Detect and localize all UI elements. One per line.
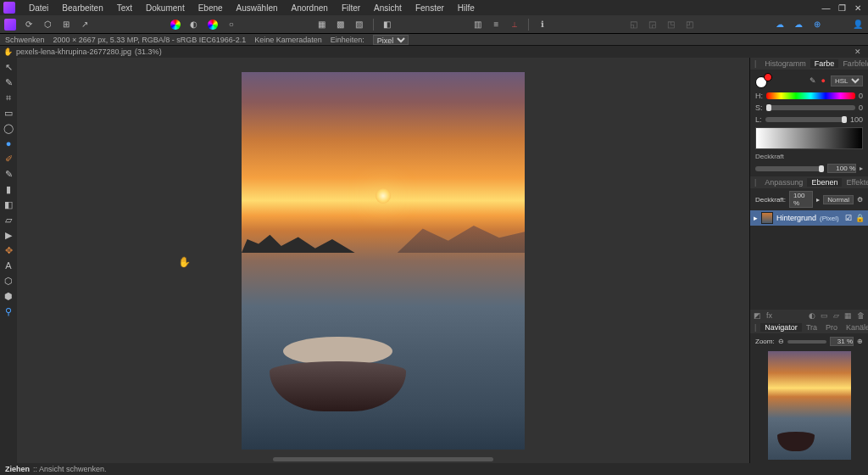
arrange-icon-1[interactable]: ◱ bbox=[626, 18, 640, 31]
layer-blend-combo[interactable]: Normal bbox=[823, 195, 854, 204]
zoom-slider[interactable] bbox=[787, 340, 826, 344]
tool-flood[interactable]: ● bbox=[3, 137, 14, 149]
menu-bearbeiten[interactable]: Bearbeiten bbox=[55, 3, 109, 13]
menu-ebene[interactable]: Ebene bbox=[192, 3, 230, 13]
gradient-preview[interactable] bbox=[755, 127, 863, 149]
layer-mask-icon[interactable]: ◩ bbox=[754, 311, 761, 320]
minimize-button[interactable]: — bbox=[819, 3, 832, 13]
tab-transform[interactable]: Tra bbox=[802, 323, 821, 332]
lightness-slider[interactable] bbox=[765, 117, 847, 122]
picker-icon[interactable]: ✎ bbox=[810, 76, 816, 85]
layer-settings-icon[interactable]: ⚙ bbox=[857, 196, 863, 204]
canvas-area[interactable]: ✋ bbox=[17, 58, 749, 463]
tool-clone[interactable]: ✥ bbox=[3, 244, 14, 256]
select-icon-2[interactable]: ▩ bbox=[334, 18, 348, 31]
document-tab[interactable]: ✋ pexels-lena-khrupina-2677280.jpg (31.3… bbox=[3, 48, 162, 56]
horizontal-scrollbar[interactable] bbox=[273, 457, 492, 461]
crop-icon[interactable]: ◧ bbox=[381, 18, 394, 31]
menu-anordnen[interactable]: Anordnen bbox=[285, 3, 335, 13]
adjust-icon-1[interactable] bbox=[169, 18, 182, 31]
share-icon[interactable]: ↗ bbox=[78, 18, 92, 31]
adjust-icon-4[interactable]: ○ bbox=[225, 18, 238, 31]
cloud-icon-1[interactable]: ☁ bbox=[773, 18, 787, 31]
snap-icon-1[interactable]: ▥ bbox=[470, 18, 484, 31]
layer-lock-icon[interactable]: 🔒 bbox=[855, 214, 865, 222]
account-icon[interactable]: 👤 bbox=[851, 18, 865, 31]
tab-anpassung[interactable]: Anpassung bbox=[760, 178, 807, 187]
persona-tone-icon[interactable]: ⊞ bbox=[59, 18, 73, 31]
navigator-thumbnail[interactable] bbox=[768, 351, 851, 460]
chevron-right-icon[interactable]: ▸ bbox=[754, 214, 758, 222]
cloud-icon-3[interactable]: ⊕ bbox=[810, 18, 824, 31]
hue-slider[interactable] bbox=[766, 92, 855, 99]
tool-play[interactable]: ▶ bbox=[3, 229, 14, 241]
menu-datei[interactable]: Datei bbox=[22, 3, 55, 13]
tab-navigator[interactable]: Navigator bbox=[760, 323, 802, 332]
layer-visible-checkbox[interactable]: ☑ bbox=[845, 214, 852, 222]
maximize-button[interactable]: ❐ bbox=[835, 3, 849, 13]
tool-crop[interactable]: ⌗ bbox=[3, 92, 14, 103]
tool-select-ellipse[interactable]: ◯ bbox=[3, 122, 14, 134]
layer-pixel-icon[interactable]: ▦ bbox=[844, 311, 852, 320]
color-swatch[interactable] bbox=[755, 73, 771, 88]
layer-row[interactable]: ▸ Hintergrund (Pixel) ☑ 🔒 bbox=[750, 210, 868, 226]
tool-pencil[interactable]: ✎ bbox=[3, 168, 14, 180]
zoom-in-icon[interactable]: ⊕ bbox=[857, 338, 863, 345]
picker-dot-icon[interactable]: ● bbox=[821, 76, 826, 85]
opacity-step-icon[interactable]: ▸ bbox=[860, 165, 863, 172]
arrange-icon-4[interactable]: ◰ bbox=[682, 18, 696, 31]
tool-shape[interactable]: ⬡ bbox=[3, 275, 14, 287]
snap-icon-3[interactable]: ⟂ bbox=[508, 18, 521, 31]
persona-photo-icon[interactable] bbox=[3, 18, 17, 31]
tool-text[interactable]: A bbox=[3, 260, 14, 271]
opacity-input[interactable] bbox=[827, 164, 856, 173]
persona-develop-icon[interactable]: ⬡ bbox=[41, 18, 54, 31]
saturation-slider[interactable] bbox=[766, 105, 855, 110]
tab-ebenen[interactable]: Ebenen bbox=[807, 178, 842, 187]
tool-fill[interactable]: ▮ bbox=[3, 183, 14, 195]
assist-icon[interactable]: ℹ bbox=[536, 18, 549, 31]
color-mode-select[interactable]: HSL bbox=[831, 75, 863, 87]
close-button[interactable]: ✕ bbox=[851, 3, 865, 13]
tab-protokoll[interactable]: Pro bbox=[821, 323, 842, 332]
layer-adjust-icon[interactable]: ◐ bbox=[809, 311, 815, 320]
zoom-out-icon[interactable]: ⊖ bbox=[778, 338, 784, 345]
tool-gradient[interactable]: ◧ bbox=[3, 198, 14, 210]
units-select[interactable]: Pixel bbox=[373, 35, 409, 45]
tool-eraser[interactable]: ▱ bbox=[3, 214, 14, 226]
opacity-slider[interactable] bbox=[755, 166, 824, 171]
menu-filter[interactable]: Filter bbox=[335, 3, 367, 13]
tab-kanaele[interactable]: Kanäle bbox=[842, 323, 868, 332]
layer-delete-icon[interactable]: 🗑 bbox=[857, 311, 865, 320]
menu-hilfe[interactable]: Hilfe bbox=[451, 3, 481, 13]
tab-farbfelder[interactable]: Farbfelder bbox=[838, 59, 868, 68]
menu-auswaehlen[interactable]: Auswählen bbox=[230, 3, 285, 13]
cloud-icon-2[interactable]: ☁ bbox=[792, 18, 805, 31]
tool-mesh[interactable]: ⬢ bbox=[3, 290, 14, 302]
layer-opacity-combo[interactable]: 100 % bbox=[789, 191, 813, 208]
tool-zoom[interactable]: ⚲ bbox=[3, 305, 14, 317]
arrange-icon-2[interactable]: ◲ bbox=[645, 18, 659, 31]
tab-effekte[interactable]: Effekte bbox=[842, 178, 868, 187]
tool-brush[interactable]: ✐ bbox=[3, 153, 14, 165]
tool-select-rect[interactable]: ▭ bbox=[3, 107, 14, 119]
menu-text[interactable]: Text bbox=[110, 3, 139, 13]
menu-dokument[interactable]: Dokument bbox=[139, 3, 192, 13]
menu-ansicht[interactable]: Ansicht bbox=[367, 3, 409, 13]
tool-move[interactable]: ↖ bbox=[3, 61, 14, 73]
menu-fenster[interactable]: Fenster bbox=[409, 3, 451, 13]
arrange-icon-3[interactable]: ◳ bbox=[664, 18, 677, 31]
document-close-icon[interactable]: ✕ bbox=[854, 48, 865, 56]
select-icon-1[interactable]: ▦ bbox=[315, 18, 329, 31]
zoom-input[interactable] bbox=[830, 337, 854, 346]
adjust-icon-2[interactable]: ◐ bbox=[187, 18, 201, 31]
select-icon-3[interactable]: ▨ bbox=[353, 18, 366, 31]
adjust-icon-3[interactable] bbox=[206, 18, 220, 31]
document-canvas[interactable] bbox=[242, 72, 525, 450]
persona-liquify-icon[interactable]: ⟳ bbox=[22, 18, 36, 31]
layer-group-icon[interactable]: ▭ bbox=[821, 311, 828, 320]
tab-farbe[interactable]: Farbe bbox=[810, 59, 839, 68]
tool-pen[interactable]: ✎ bbox=[3, 76, 14, 88]
snap-icon-2[interactable]: ≡ bbox=[489, 18, 503, 31]
layer-fx-icon[interactable]: fx bbox=[766, 311, 772, 320]
